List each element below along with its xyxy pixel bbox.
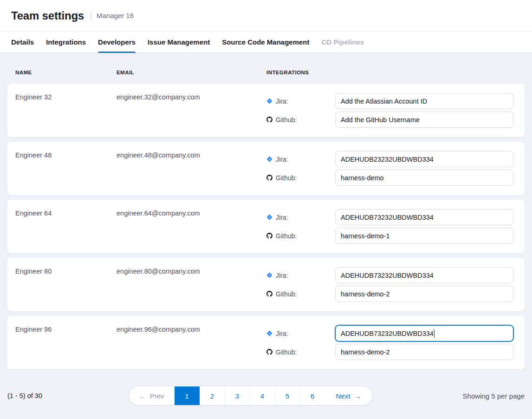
text-caret <box>434 329 435 338</box>
developer-name: Engineer 64 <box>15 209 117 244</box>
tab-cd-pipelines: CD Pipelines <box>322 32 364 52</box>
github-label: Github: <box>276 232 297 240</box>
jira-field-label: Jira: <box>266 272 335 279</box>
tab-issue-management[interactable]: Issue Management <box>148 32 210 52</box>
page-title: Team settings <box>11 9 84 22</box>
tab-label: Details <box>11 38 34 46</box>
developer-email: engineer.32@company.com <box>117 93 266 128</box>
tab-bar: Details Integrations Developers Issue Ma… <box>0 32 532 53</box>
tab-label: Developers <box>98 38 136 46</box>
arrow-left-icon: ← <box>139 392 146 400</box>
developer-row: Engineer 48 engineer.48@company.com Jira… <box>7 142 525 195</box>
github-integration-row: Github: harness-demo <box>266 170 513 186</box>
developer-email: engineer.64@company.com <box>117 209 266 244</box>
page-number-button-6[interactable]: 6 <box>300 386 325 405</box>
per-page-info: Showing 5 per page <box>388 392 525 400</box>
developer-name: Engineer 32 <box>15 93 117 128</box>
page-number-button-2[interactable]: 2 <box>200 386 225 405</box>
github-integration-row: Github: harness-demo-1 <box>266 228 513 244</box>
table-header-row: NAME EMAIL INTEGRATIONS <box>7 60 525 84</box>
jira-input[interactable]: ADEHUDB73232UBDWBD334 <box>335 325 513 341</box>
jira-label: Jira: <box>276 214 288 221</box>
jira-icon <box>266 330 272 336</box>
prev-page-label: Prev <box>150 392 164 400</box>
jira-integration-row: Jira: ADEHUDB73232UBDWBD334 <box>266 267 513 283</box>
github-input[interactable]: harness-demo-2 <box>335 286 513 302</box>
tab-details[interactable]: Details <box>11 32 34 52</box>
developer-email: engineer.80@company.com <box>117 267 266 302</box>
page-number-button-5[interactable]: 5 <box>275 386 300 405</box>
developer-email: engineer.96@company.com <box>117 325 266 360</box>
tab-label: CD Pipelines <box>322 38 364 46</box>
page-number-button-3[interactable]: 3 <box>225 386 250 405</box>
jira-integration-row: Jira: ADEHUDB73232UBDWBD334 <box>266 325 513 341</box>
github-integration-row: Github: Add the GitHub Username <box>266 111 513 128</box>
github-field-label: Github: <box>266 290 335 298</box>
next-page-label: Next <box>336 392 350 400</box>
github-label: Github: <box>276 174 297 182</box>
github-field-label: Github: <box>266 174 335 182</box>
developer-list: Engineer 32 engineer.32@company.com Jira… <box>7 84 525 369</box>
developer-integrations: Jira: ADEHUDB73232UBDWBD334 Github: harn… <box>266 267 513 302</box>
tab-source-code-management[interactable]: Source Code Management <box>222 32 309 52</box>
column-header-email: EMAIL <box>117 70 266 75</box>
column-header-integrations: INTEGRATIONS <box>266 70 513 75</box>
page-number-button-1[interactable]: 1 <box>175 386 200 405</box>
jira-icon <box>266 98 272 104</box>
github-icon <box>266 175 272 181</box>
jira-input[interactable]: ADEHUDB73232UBDWBD334 <box>335 209 513 225</box>
tab-label: Issue Management <box>148 38 210 46</box>
developers-panel: NAME EMAIL INTEGRATIONS Engineer 32 engi… <box>0 53 532 369</box>
jira-field-label: Jira: <box>266 214 335 221</box>
developer-row: Engineer 64 engineer.64@company.com Jira… <box>7 200 525 253</box>
github-icon <box>266 349 272 355</box>
github-field-label: Github: <box>266 116 335 124</box>
github-input[interactable]: harness-demo-2 <box>335 344 513 360</box>
developer-integrations: Jira: Add the Atlassian Account ID Githu… <box>266 93 513 128</box>
tab-label: Integrations <box>46 38 86 46</box>
developer-name: Engineer 80 <box>15 267 117 302</box>
developer-integrations: Jira: ADEHUDB73232UBDWBD334 Github: harn… <box>266 325 513 360</box>
prev-page-button[interactable]: ← Prev <box>129 386 175 405</box>
github-field-label: Github: <box>266 348 335 356</box>
tab-integrations[interactable]: Integrations <box>46 32 86 52</box>
jira-input[interactable]: ADEHUDB73232UBDWBD334 <box>335 267 513 283</box>
pagination: ← Prev 1 2 3 4 5 6 Next → <box>129 386 373 405</box>
jira-field-label: Jira: <box>266 330 335 337</box>
github-integration-row: Github: harness-demo-2 <box>266 286 513 302</box>
jira-field-label: Jira: <box>266 98 335 105</box>
jira-icon <box>266 156 272 162</box>
jira-label: Jira: <box>276 98 288 105</box>
pagination-bar: (1 - 5) of 30 ← Prev 1 2 3 4 5 6 Next → … <box>0 374 532 405</box>
github-label: Github: <box>276 290 297 298</box>
team-settings-page: Team settings Manager 16 Details Integra… <box>0 0 532 405</box>
developer-email: engineer.48@company.com <box>117 151 266 186</box>
developer-integrations: Jira: ADEHUDB73232UBDWBD334 Github: harn… <box>266 209 513 244</box>
column-header-name: NAME <box>15 70 117 75</box>
jira-field-label: Jira: <box>266 156 335 163</box>
github-icon <box>266 291 272 297</box>
jira-input[interactable]: Add the Atlassian Account ID <box>335 93 513 109</box>
tab-label: Source Code Management <box>222 38 309 46</box>
jira-integration-row: Jira: ADEHUDB23232UBDWBD334 <box>266 151 513 167</box>
next-page-button[interactable]: Next → <box>325 386 373 405</box>
github-label: Github: <box>276 348 297 356</box>
jira-input[interactable]: ADEHUDB23232UBDWBD334 <box>335 151 513 167</box>
developer-row: Engineer 80 engineer.80@company.com Jira… <box>7 258 525 311</box>
github-input[interactable]: harness-demo <box>335 170 513 186</box>
page-subtitle: Manager 16 <box>97 12 134 20</box>
developer-row: Engineer 96 engineer.96@company.com Jira… <box>7 316 525 369</box>
github-input[interactable]: harness-demo-1 <box>335 228 513 244</box>
jira-label: Jira: <box>276 330 288 337</box>
pagination-range: (1 - 5) of 30 <box>7 392 144 399</box>
developer-row: Engineer 32 engineer.32@company.com Jira… <box>7 84 525 137</box>
github-icon <box>266 117 272 123</box>
arrow-right-icon: → <box>354 392 361 400</box>
jira-icon <box>266 214 272 220</box>
github-icon <box>266 233 272 239</box>
github-field-label: Github: <box>266 232 335 240</box>
github-input[interactable]: Add the GitHub Username <box>335 111 513 128</box>
page-number-button-4[interactable]: 4 <box>250 386 275 405</box>
github-label: Github: <box>276 116 297 124</box>
tab-developers[interactable]: Developers <box>98 32 136 52</box>
